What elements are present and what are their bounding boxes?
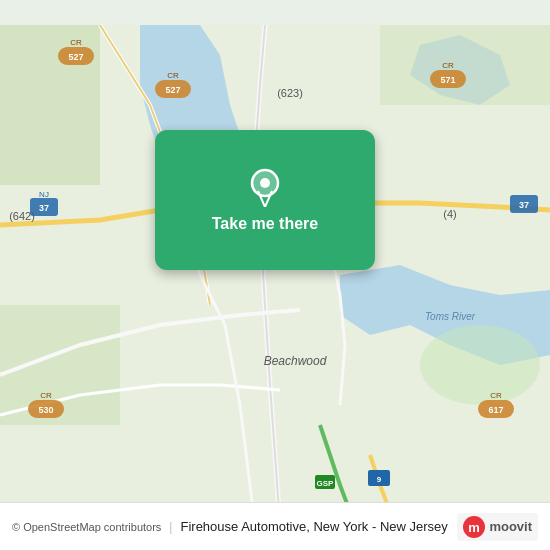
svg-point-37 — [260, 178, 270, 188]
moovit-logo: m moovit — [457, 513, 538, 541]
svg-text:37: 37 — [39, 203, 49, 213]
svg-text:m: m — [469, 520, 481, 535]
svg-rect-3 — [380, 25, 550, 105]
popup-card[interactable]: Take me there — [155, 130, 375, 270]
moovit-m-icon: m — [463, 516, 485, 538]
svg-text:(623): (623) — [277, 87, 303, 99]
moovit-badge: m moovit — [457, 513, 538, 541]
location-pin-icon — [245, 167, 285, 207]
svg-text:617: 617 — [488, 405, 503, 415]
separator: | — [169, 520, 172, 534]
business-name: Firehouse Automotive, New York - New Jer… — [180, 519, 447, 534]
svg-text:(4): (4) — [443, 208, 456, 220]
svg-text:571: 571 — [440, 75, 455, 85]
svg-text:CR: CR — [442, 61, 454, 70]
moovit-text: moovit — [489, 519, 532, 534]
svg-text:CR: CR — [490, 391, 502, 400]
svg-text:Beachwood: Beachwood — [264, 354, 327, 368]
svg-text:GSP: GSP — [317, 479, 335, 488]
copyright-text: © OpenStreetMap contributors — [12, 521, 161, 533]
svg-text:527: 527 — [68, 52, 83, 62]
take-me-there-button[interactable]: Take me there — [212, 215, 318, 233]
svg-text:Toms River: Toms River — [425, 311, 476, 322]
bottom-bar: © OpenStreetMap contributors | Firehouse… — [0, 502, 550, 550]
svg-text:527: 527 — [165, 85, 180, 95]
svg-text:NJ: NJ — [39, 190, 49, 199]
map-background: 37 GSP 9 527 CR 527 CR 571 CR — [0, 0, 550, 550]
svg-text:CR: CR — [70, 38, 82, 47]
svg-text:530: 530 — [38, 405, 53, 415]
svg-point-4 — [420, 325, 540, 405]
svg-text:9: 9 — [377, 475, 382, 484]
svg-text:CR: CR — [167, 71, 179, 80]
svg-text:CR: CR — [40, 391, 52, 400]
map-container: 37 GSP 9 527 CR 527 CR 571 CR — [0, 0, 550, 550]
svg-text:37: 37 — [519, 200, 529, 210]
svg-text:(642): (642) — [9, 210, 35, 222]
